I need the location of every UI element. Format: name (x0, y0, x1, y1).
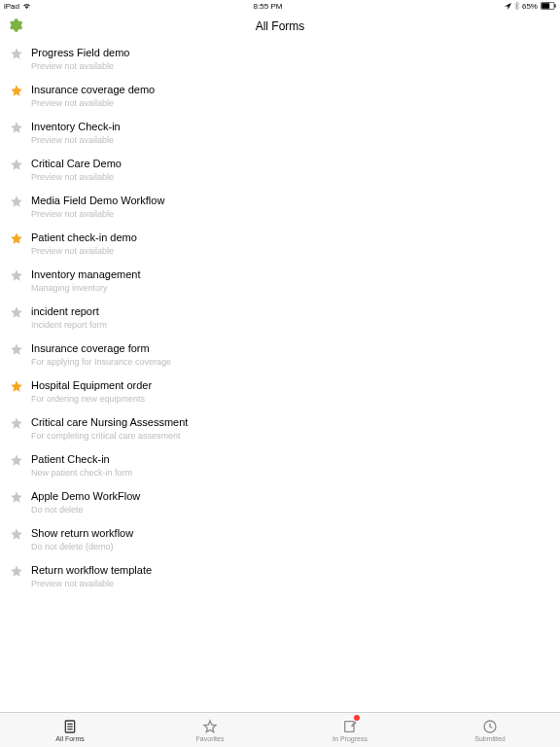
tab-favorites[interactable]: Favorites (140, 713, 280, 747)
list-item[interactable]: Patient check-in demoPreview not availab… (0, 226, 560, 263)
list-item-subtitle: New patient check-in form (31, 468, 132, 480)
list-item-title: Media Field Demo Workflow (31, 194, 164, 207)
tab-label: All Forms (55, 735, 85, 742)
list-item-title: Show return workflow (31, 526, 133, 540)
list-item-subtitle: Preview not available (31, 209, 164, 221)
list-item-title: Critical Care Demo (31, 157, 122, 170)
star-icon (10, 416, 23, 430)
list-item-text: incident reportIncident report form (31, 304, 107, 332)
list-item-subtitle: For ordering new equipments (31, 394, 152, 406)
list-item-title: Progress Field demo (31, 46, 130, 59)
list-item-text: Patient Check-inNew patient check-in for… (31, 452, 132, 480)
list-item-subtitle: Preview not available (31, 246, 137, 258)
list-item-title: Insurance coverage form (31, 341, 171, 355)
list-item[interactable]: Inventory Check-inPreview not available (0, 115, 560, 152)
list-item-text: Apple Demo WorkFlowDo not delete (31, 489, 140, 516)
tab-in-progress[interactable]: In Progress (280, 713, 420, 747)
list-item-title: Critical care Nursing Assessment (31, 415, 188, 429)
list-item[interactable]: incident reportIncident report form (0, 300, 560, 337)
list-item[interactable]: Progress Field demoPreview not available (0, 41, 560, 78)
list-icon (62, 719, 78, 734)
wifi-icon (22, 3, 31, 10)
list-item-text: Inventory managementManaging inventory (31, 267, 141, 295)
tab-all-forms[interactable]: All Forms (0, 713, 140, 747)
list-item[interactable]: Media Field Demo WorkflowPreview not ava… (0, 189, 560, 226)
favorite-toggle[interactable] (10, 342, 25, 358)
tab-icon (62, 719, 78, 734)
battery-icon (541, 2, 556, 10)
list-item-title: Apple Demo WorkFlow (31, 489, 140, 503)
list-item[interactable]: Return workflow templatePreview not avai… (0, 558, 560, 595)
location-icon (505, 3, 511, 10)
settings-button[interactable] (8, 18, 23, 37)
favorite-toggle[interactable] (10, 268, 25, 284)
tab-submitted[interactable]: Submitted (420, 713, 560, 747)
list-item[interactable]: Critical care Nursing AssessmentFor comp… (0, 410, 560, 447)
favorite-toggle[interactable] (10, 158, 25, 173)
list-item-subtitle: Do not delete (31, 505, 140, 516)
star-icon (10, 527, 23, 541)
star-icon (10, 453, 23, 467)
list-item-text: Critical Care DemoPreview not available (31, 157, 122, 184)
list-item-subtitle: Do not delete (demo) (31, 542, 133, 553)
list-item-title: Patient Check-in (31, 452, 132, 466)
gear-icon (8, 18, 23, 33)
list-item[interactable]: Patient Check-inNew patient check-in for… (0, 447, 560, 484)
favorite-toggle[interactable] (10, 564, 25, 580)
list-item-title: Return workflow template (31, 563, 152, 577)
star-icon (10, 121, 23, 134)
favorite-toggle[interactable] (10, 305, 25, 321)
favorite-toggle[interactable] (10, 490, 25, 506)
list-item[interactable]: Inventory managementManaging inventory (0, 263, 560, 300)
svg-rect-1 (542, 3, 549, 9)
list-item-subtitle: Incident report form (31, 320, 107, 332)
list-item-title: Insurance coverage demo (31, 83, 155, 96)
star-icon (10, 564, 23, 578)
badge-icon (354, 715, 360, 721)
list-item[interactable]: Insurance coverage demoPreview not avail… (0, 78, 560, 115)
list-item-title: Hospital Equipment order (31, 378, 152, 392)
tab-label: Submitted (474, 735, 506, 742)
tab-label: Favorites (196, 735, 225, 742)
favorite-toggle[interactable] (10, 84, 25, 99)
nav-bar: All Forms (0, 12, 560, 41)
list-item-subtitle: Preview not available (31, 61, 130, 73)
favorite-toggle[interactable] (10, 195, 25, 210)
star-icon (10, 342, 23, 356)
favorite-toggle[interactable] (10, 47, 25, 62)
status-time: 8:55 PM (254, 2, 283, 11)
status-right: 65% (505, 2, 556, 11)
star-icon (10, 47, 23, 60)
list-item[interactable]: Show return workflowDo not delete (demo) (0, 521, 560, 558)
list-item-subtitle: Preview not available (31, 98, 155, 110)
favorite-toggle[interactable] (10, 121, 25, 136)
favorite-toggle[interactable] (10, 231, 25, 247)
list-item-text: Show return workflowDo not delete (demo) (31, 526, 133, 553)
status-bar: iPad 8:55 PM 65% (0, 0, 560, 12)
list-item-subtitle: For applying for Insurance coverage (31, 357, 171, 369)
list-item-text: Insurance coverage demoPreview not avail… (31, 83, 155, 110)
list-item-text: Patient check-in demoPreview not availab… (31, 231, 137, 258)
favorite-toggle[interactable] (10, 416, 25, 432)
list-item-subtitle: Preview not available (31, 579, 152, 590)
star-icon (10, 379, 23, 393)
star-icon (10, 195, 23, 208)
tab-icon (202, 719, 218, 734)
star-icon (10, 305, 23, 319)
favorite-toggle[interactable] (10, 453, 25, 469)
list-item[interactable]: Critical Care DemoPreview not available (0, 152, 560, 189)
star-icon (202, 719, 218, 734)
list-item[interactable]: Apple Demo WorkFlowDo not delete (0, 484, 560, 521)
list-item[interactable]: Hospital Equipment orderFor ordering new… (0, 374, 560, 410)
list-item-title: Patient check-in demo (31, 231, 137, 244)
list-item[interactable]: Insurance coverage formFor applying for … (0, 337, 560, 374)
list-item-text: Insurance coverage formFor applying for … (31, 341, 171, 369)
favorite-toggle[interactable] (10, 379, 25, 395)
favorite-toggle[interactable] (10, 527, 25, 543)
list-item-text: Inventory Check-inPreview not available (31, 120, 121, 147)
tab-icon (482, 719, 498, 734)
status-left: iPad (4, 2, 31, 11)
battery-percent: 65% (522, 2, 538, 11)
bluetooth-icon (514, 2, 519, 10)
star-icon (10, 490, 23, 504)
